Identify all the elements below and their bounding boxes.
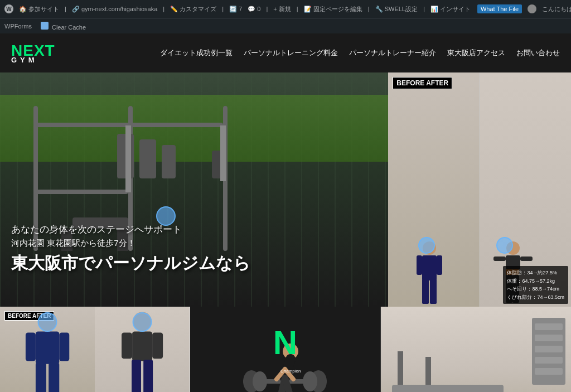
admin-bar-item-swell[interactable]: 🔧 SWELL設定: [375, 5, 418, 13]
admin-bar: W 🏠 参加サイト | 🔗 gym-next.com/higashiosaka …: [0, 0, 571, 18]
user-greeting: こんにちは、kosei さん: [542, 5, 571, 13]
admin-bar-item-site[interactable]: 🔗 gym-next.com/higashiosaka: [72, 6, 157, 13]
stats-box: 体脂肪：34→約27.5% 体重：64.75→57.2kg へそ回り：88.5→…: [503, 266, 568, 304]
nav-trainer-intro[interactable]: パーソナルトレーナー紹介: [349, 48, 436, 58]
before-after-panel: BEFORE AFTER: [0, 307, 190, 392]
nav-diet-examples[interactable]: ダイエット成功例一覧: [160, 48, 233, 58]
svg-rect-16: [36, 363, 46, 392]
nav-training-price[interactable]: パーソナルトレーニング料金: [244, 48, 338, 58]
admin-bar-item-new[interactable]: + 新規: [273, 5, 291, 13]
before-photo: [388, 72, 479, 307]
logo-gym-text: GYM: [11, 56, 55, 64]
admin-bar-separator6: |: [368, 6, 370, 12]
admin-bar-item-edit[interactable]: 📝 固定ページを編集: [304, 5, 362, 13]
svg-rect-13: [520, 257, 533, 261]
svg-rect-18: [26, 333, 36, 361]
hero-main-text: 東大阪市でパーソナルジムなら: [11, 253, 388, 273]
svg-rect-15: [36, 331, 59, 364]
svg-rect-1: [422, 255, 437, 280]
cable-1: [125, 125, 131, 192]
gym-interior-panel: ✓ ✓ ダイエットに強いジム: [381, 307, 571, 392]
swell-cache-icon: [41, 22, 49, 30]
svg-point-28: [253, 371, 267, 391]
admin-bar-item-visit[interactable]: 🏠 参加サイト: [19, 5, 59, 13]
stat-waist2: くびれ部分：74→63.5cm: [507, 293, 564, 301]
shelf-item-1: [535, 323, 563, 330]
face-blur-ba-before: [38, 312, 57, 332]
svg-point-30: [303, 371, 317, 391]
svg-rect-5: [437, 255, 442, 275]
gym-machine-post2: [425, 357, 431, 385]
admin-bar-separator3: |: [222, 6, 224, 12]
machine-weight-2: [139, 139, 156, 178]
before-person-figure: [415, 240, 443, 307]
site-navigation: ダイエット成功例一覧 パーソナルトレーニング料金 パーソナルトレーナー紹介 東大…: [160, 48, 560, 58]
face-blur-ba-after: [133, 312, 152, 332]
admin-bar-separator7: |: [423, 6, 425, 12]
shelf-item-2: [535, 335, 563, 341]
hero-text-overlay: あなたの身体を次のステージへサポート 河内花園 東花園駅から徒歩7分！ 東大阪市…: [11, 223, 388, 273]
svg-rect-4: [417, 255, 422, 275]
hero-before-after-panel: BEFORE AFTER: [388, 72, 571, 307]
equipment-shelf: [532, 318, 565, 385]
clear-cache-link[interactable]: Clear Cache: [41, 22, 86, 31]
site-header: NEXT GYM ダイエット成功例一覧 パーソナルトレーニング料金 パーソナルト…: [0, 33, 571, 72]
hero-subtitle-2: 河内花園 東花園駅から徒歩7分！: [11, 238, 388, 249]
bottom-section: BEFORE AFTER: [0, 307, 571, 392]
stat-bodyfat: 体脂肪：34→約27.5%: [507, 269, 564, 277]
admin-bar-item-sync[interactable]: 🔄 7: [229, 6, 242, 13]
hero-subtitle-1: あなたの身体を次のステージへサポート: [11, 223, 388, 236]
admin-bar-item-customize[interactable]: ✏️ カスタマイズ: [170, 5, 216, 13]
gym-machine-post: [398, 351, 403, 385]
svg-rect-2: [422, 279, 429, 304]
admin-bar-separator2: |: [163, 6, 164, 12]
machine-bar-mid-h: [33, 190, 128, 194]
hero-section: BEFORE AFTER: [0, 72, 571, 307]
svg-rect-21: [132, 331, 152, 361]
nav-access[interactable]: 東大阪店アクセス: [447, 48, 505, 58]
what-the-file-button[interactable]: What The File: [477, 4, 522, 13]
shelf-item-5: [535, 368, 563, 375]
svg-rect-3: [430, 279, 437, 304]
gym-machine-body: [392, 385, 504, 392]
before-after-badge-top: BEFORE AFTER: [393, 77, 452, 89]
svg-rect-22: [132, 360, 141, 392]
svg-text:Champion: Champion: [280, 369, 301, 374]
svg-rect-17: [49, 363, 59, 392]
stat-weight: 体重：64.75→57.2kg: [507, 277, 564, 285]
admin-bar-item-comment[interactable]: 💬 0: [248, 6, 260, 13]
ba-after-photo: [95, 307, 190, 392]
svg-rect-19: [59, 333, 69, 361]
svg-rect-24: [122, 333, 132, 359]
face-blur-after: [496, 237, 513, 254]
machine-weight-3: [162, 145, 176, 178]
gym-interior-bg: [381, 307, 571, 392]
nav-contact[interactable]: お問い合わせ: [516, 48, 560, 58]
cable-2: [220, 125, 226, 181]
next-gym-panel: N Ch: [190, 307, 380, 392]
admin-bar-item-insight[interactable]: 📊 インサイト: [430, 5, 471, 13]
wpforms-link[interactable]: WPForms: [4, 23, 32, 30]
avatar: [528, 4, 536, 13]
admin-bar-left: W 🏠 参加サイト | 🔗 gym-next.com/higashiosaka …: [4, 4, 471, 13]
admin-bar-separator4: |: [266, 6, 268, 12]
svg-rect-25: [152, 333, 163, 359]
wordpress-icon[interactable]: W: [4, 4, 13, 13]
site-logo[interactable]: NEXT GYM: [11, 43, 55, 64]
next-letter: N: [273, 323, 297, 362]
svg-rect-12: [493, 257, 506, 261]
admin-bar-separator1: |: [65, 6, 66, 12]
stat-waist: へそ回り：88.5→74cm: [507, 285, 564, 293]
second-bar: WPForms Clear Cache: [0, 18, 571, 33]
admin-bar-right: What The File こんにちは、kosei さん 🔍: [477, 4, 571, 13]
shelf-item-4: [535, 357, 563, 364]
admin-bar-separator5: |: [297, 6, 298, 12]
svg-rect-23: [143, 360, 153, 392]
shelf-item-3: [535, 346, 563, 352]
